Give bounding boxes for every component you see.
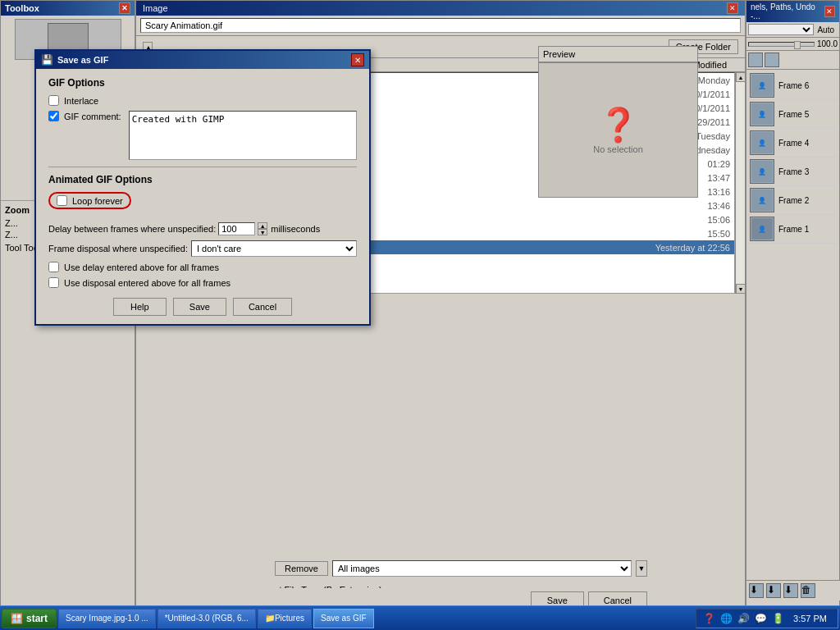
no-selection-text: No selection xyxy=(593,144,643,154)
frame-list: 👤 Frame 6 👤 Frame 5 👤 Frame 4 👤 Frame 3 … xyxy=(746,70,839,245)
frame-item-3[interactable]: 👤 Frame 3 xyxy=(748,158,838,186)
panel-btn-2[interactable]: ⬇ xyxy=(766,583,781,598)
tray-icon-5[interactable]: 🔋 xyxy=(772,613,784,624)
delay-row: Delay between frames where unspecified: … xyxy=(48,222,357,235)
frame-item-4[interactable]: 👤 Frame 4 xyxy=(748,129,838,158)
image-title: Image xyxy=(143,3,168,13)
location-input[interactable] xyxy=(140,18,741,33)
system-tray: ❓ 🌐 🔊 💬 🔋 3:57 PM xyxy=(696,609,838,628)
use-disposal-row: Use disposal entered above for all frame… xyxy=(48,277,357,288)
icon-2[interactable] xyxy=(765,52,779,67)
comment-label-wrap: GIF comment: xyxy=(48,111,125,121)
panels-bottom-icons: ⬇ ⬇ ⬇ 🗑 xyxy=(746,580,840,600)
use-disposal-label: Use disposal entered above for all frame… xyxy=(64,278,231,288)
use-delay-checkbox[interactable] xyxy=(48,262,59,272)
panels-window: nels, Paths, Undo -... ✕ Auto 100.0 👤 Fr… xyxy=(746,0,840,630)
frame-thumb-5: 👤 xyxy=(750,102,774,126)
panels-titlebar: nels, Paths, Undo -... ✕ xyxy=(746,1,839,22)
all-images-select[interactable]: All images xyxy=(332,560,632,577)
dialog-button-row: Help Save Cancel xyxy=(48,298,357,316)
loop-forever-wrapper: Loop forever xyxy=(48,192,131,209)
taskbar-item-1[interactable]: Scary Image.jpg-1.0 ... xyxy=(58,609,156,628)
loop-forever-checkbox[interactable] xyxy=(57,195,67,206)
preview-panel: Preview ❓ No selection xyxy=(538,46,698,198)
zoom-value: 100.0 xyxy=(817,39,838,48)
gif-comment-checkbox[interactable] xyxy=(48,111,59,121)
dropdown-arrow-icon[interactable]: ▼ xyxy=(636,560,647,577)
panel-btn-3[interactable]: ⬇ xyxy=(783,583,798,598)
toolbox-close-button[interactable]: ✕ xyxy=(119,2,130,14)
gif-comment-label: GIF comment: xyxy=(64,112,121,121)
selected-file-modified: Yesterday at 22:56 xyxy=(607,243,730,253)
interlace-row: Interlace xyxy=(48,95,357,106)
use-delay-label: Use delay entered above for all frames xyxy=(64,262,219,272)
preview-content: ❓ No selection xyxy=(538,62,698,198)
divider xyxy=(48,167,357,167)
frame-item-5[interactable]: 👤 Frame 5 xyxy=(748,100,838,129)
delay-input[interactable] xyxy=(218,222,255,235)
auto-label: Auto xyxy=(814,25,838,35)
interlace-checkbox[interactable] xyxy=(48,95,59,106)
start-button[interactable]: 🪟 start xyxy=(2,609,57,628)
dialog-body: GIF Options Interlace GIF comment: Creat… xyxy=(36,69,369,324)
taskbar-item-2[interactable]: *Untitled-3.0 (RGB, 6... xyxy=(158,609,256,628)
cancel-button[interactable]: Cancel xyxy=(233,298,292,316)
icon-1[interactable] xyxy=(748,52,763,67)
zoom-bar: 100.0 xyxy=(746,38,839,51)
panels-dropdown[interactable] xyxy=(748,24,814,35)
animated-gif-title: Animated GIF Options xyxy=(48,174,357,185)
zoom-thumb[interactable] xyxy=(794,41,801,49)
frame-item-2[interactable]: 👤 Frame 2 xyxy=(748,186,838,215)
delay-unit: milliseconds xyxy=(271,224,320,234)
loop-forever-label: Loop forever xyxy=(72,196,123,206)
image-close-button[interactable]: ✕ xyxy=(727,2,738,14)
taskbar-item-3[interactable]: 📁 Pictures xyxy=(258,609,312,628)
dialog-title-icon: 💾 xyxy=(41,54,53,66)
location-bar xyxy=(136,16,745,36)
taskbar: 🪟 start Scary Image.jpg-1.0 ... *Untitle… xyxy=(0,605,840,630)
header-scroll xyxy=(727,60,738,70)
delay-spinner[interactable]: ▲ ▼ xyxy=(258,222,267,235)
scroll-up-arrow[interactable]: ▲ xyxy=(736,72,745,82)
file-modified-10: 13:46 xyxy=(607,201,730,211)
frame-name-4: Frame 4 xyxy=(778,139,809,148)
disposal-select[interactable]: I don't care Combine Replace xyxy=(191,240,357,257)
delay-label: Delay between frames where unspecified: xyxy=(48,224,216,234)
file-modified-11: 15:06 xyxy=(607,215,730,225)
scroll-track[interactable] xyxy=(736,82,745,284)
zoom-slider[interactable] xyxy=(748,42,815,47)
delay-down-button[interactable]: ▼ xyxy=(258,229,267,235)
use-disposal-checkbox[interactable] xyxy=(48,277,59,288)
gif-comment-textarea[interactable]: Created with GIMP xyxy=(129,111,357,160)
dialog-close-button[interactable]: ✕ xyxy=(351,53,364,66)
tray-icon-4[interactable]: 💬 xyxy=(755,613,767,624)
panel-btn-1[interactable]: ⬇ xyxy=(749,583,764,598)
toolbox-title: Toolbox xyxy=(5,3,39,13)
preview-question-icon: ❓ xyxy=(598,106,639,144)
remove-button[interactable]: Remove xyxy=(275,561,328,576)
panels-icon-row xyxy=(746,51,839,70)
tray-icon-2[interactable]: 🌐 xyxy=(720,613,733,624)
save-button[interactable]: Save xyxy=(173,298,226,316)
bottom-bar: Remove All images ▼ xyxy=(272,557,651,580)
frame-thumb-4: 👤 xyxy=(750,130,774,155)
frame-thumb-3: 👤 xyxy=(750,159,774,184)
tray-icon-3[interactable]: 🔊 xyxy=(737,613,750,624)
windows-logo-icon: 🪟 xyxy=(11,613,23,624)
panel-btn-4[interactable]: 🗑 xyxy=(801,583,815,598)
panels-close-button[interactable]: ✕ xyxy=(824,6,836,17)
gif-comment-row: GIF comment: Created with GIMP xyxy=(48,111,357,160)
taskbar-item-4[interactable]: Save as GIF xyxy=(313,609,374,628)
preview-label: Preview xyxy=(538,46,698,62)
frame-thumb-2: 👤 xyxy=(750,188,774,212)
frame-item-6[interactable]: 👤 Frame 6 xyxy=(748,71,838,100)
frame-item-1[interactable]: 👤 Frame 1 xyxy=(748,215,838,244)
vertical-scrollbar[interactable]: ▲ ▼ xyxy=(735,72,745,294)
dialog-title-text: Save as GIF xyxy=(57,55,347,65)
scroll-down-arrow[interactable]: ▼ xyxy=(736,284,745,294)
help-button[interactable]: Help xyxy=(113,298,167,316)
delay-up-button[interactable]: ▲ xyxy=(258,222,267,229)
frame-name-3: Frame 3 xyxy=(778,167,809,176)
frame-thumb-6: 👤 xyxy=(750,73,774,98)
tray-icon-1[interactable]: ❓ xyxy=(703,613,715,624)
